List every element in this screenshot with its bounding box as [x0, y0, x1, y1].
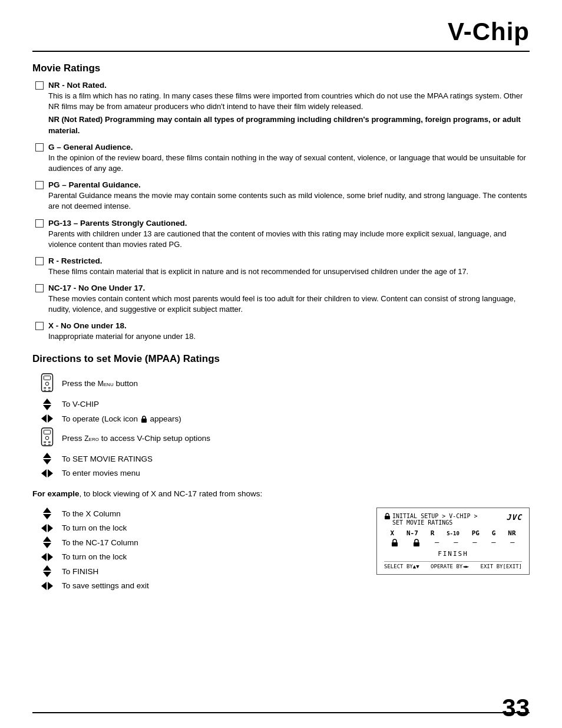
rating-x-title: X - No One under 18. — [48, 321, 127, 330]
step-1-icon — [32, 373, 62, 394]
ex-step-5: To FINISH — [32, 565, 359, 577]
screen-dash-g: — — [491, 538, 495, 546]
right-arrow-icon-2 — [48, 469, 53, 477]
screen-select: SELECT BY▲▼ — [384, 564, 419, 569]
example-section: For example, to block viewing of X and N… — [32, 489, 530, 594]
svg-rect-13 — [44, 444, 46, 445]
right-icon-ex2 — [48, 524, 53, 532]
svg-rect-15 — [385, 516, 390, 519]
screen-label-nr: NR — [508, 529, 515, 537]
screen-header-left: INITIAL SETUP > V-CHIP > SET MOVIE RATIN… — [384, 513, 478, 526]
screen-label-x: X — [390, 529, 394, 537]
page-title: V-Chip — [448, 18, 530, 46]
screen-select-label: SELECT — [384, 564, 404, 569]
updown-icon-ex3 — [43, 536, 51, 548]
ex-step-4-icon — [32, 553, 62, 561]
svg-rect-14 — [48, 444, 51, 445]
svg-rect-9 — [44, 430, 50, 434]
screen-operate-label: OPERATE — [431, 564, 453, 569]
rating-r: R - Restricted. These films contain mate… — [35, 256, 530, 277]
screen-exit-label: EXIT — [481, 564, 494, 569]
right-icon-ex6 — [48, 582, 53, 590]
screen-dash-nr: — — [510, 538, 514, 546]
svg-rect-16 — [392, 542, 398, 546]
svg-rect-1 — [44, 375, 50, 380]
step-2-text: To V-CHIP — [62, 400, 530, 409]
step-6-text: To enter movies menu — [62, 469, 530, 477]
rating-g-desc: In the opinion of the review board, thes… — [48, 153, 530, 174]
down-arrow-icon — [43, 405, 51, 410]
ex-step-1-text: To the X Column — [62, 509, 359, 518]
directions-section: Directions to set Movie (MPAA) Ratings P… — [32, 353, 530, 477]
lock-icon — [140, 415, 148, 423]
step-2-icon — [32, 398, 62, 410]
checkbox-g — [35, 143, 44, 151]
svg-point-2 — [45, 382, 49, 386]
updown-arrows-icon-2 — [43, 453, 51, 465]
step-4: Press Zero to access V-Chip setup option… — [32, 427, 530, 449]
jvc-logo: JVC — [507, 513, 522, 522]
step-1: Press the Menu button — [32, 373, 530, 394]
step-3: To operate (Lock icon appears) — [32, 414, 530, 423]
updown-icon-ex1 — [43, 508, 51, 519]
screen-header: INITIAL SETUP > V-CHIP > SET MOVIE RATIN… — [384, 513, 522, 526]
updown-icon-ex5 — [43, 565, 51, 577]
left-arrow-icon-2 — [41, 469, 47, 477]
svg-rect-11 — [44, 442, 46, 443]
ex-step-4: To turn on the lock — [32, 552, 359, 561]
svg-rect-8 — [42, 428, 53, 446]
screen-lock-icon — [384, 513, 391, 519]
ex-step-6: To save settings and exit — [32, 581, 359, 590]
screen-header-line1: INITIAL SETUP > V-CHIP > — [392, 513, 478, 519]
screen-select-key: BY▲▼ — [406, 564, 419, 569]
rating-r-title: R - Restricted. — [48, 256, 103, 265]
example-intro: For example, to block viewing of X and N… — [32, 489, 530, 498]
ex-step-2-text: To turn on the lock — [62, 523, 359, 532]
rating-pg13-title: PG-13 – Parents Strongly Cautioned. — [48, 219, 187, 228]
rating-g: G – General Audience. In the opinion of … — [35, 142, 530, 174]
svg-point-10 — [45, 436, 49, 440]
ex-step-2: To turn on the lock — [32, 523, 359, 532]
svg-rect-12 — [48, 442, 51, 443]
ex-step-3: To the NC-17 Column — [32, 536, 359, 548]
left-icon-ex4 — [41, 553, 47, 561]
right-arrow-icon — [48, 414, 53, 423]
lr-icon-ex4 — [41, 553, 53, 561]
screen-label-nc17: N-7 — [406, 529, 418, 537]
screen-locks-row: — — — — — — [384, 538, 522, 546]
checkbox-x — [35, 322, 44, 330]
bottom-rule — [32, 712, 530, 713]
movie-ratings-section: Movie Ratings NR - Not Rated. This is a … — [32, 62, 530, 342]
checkbox-pg13 — [35, 219, 44, 228]
rating-pg-title: PG – Parental Guidance. — [48, 180, 141, 189]
rating-nr: NR - Not Rated. This is a film which has… — [35, 80, 530, 136]
left-icon-ex2 — [41, 524, 47, 532]
up-icon-ex3 — [43, 536, 51, 542]
page-number: 33 — [502, 694, 530, 722]
ex-step-5-icon — [32, 565, 62, 577]
left-arrow-icon — [41, 414, 47, 423]
screen-exit-key: BY[EXIT] — [497, 564, 522, 569]
ex-step-3-icon — [32, 536, 62, 548]
screen-label-r: R — [431, 529, 435, 537]
leftright-arrows-icon — [41, 414, 53, 423]
ex-step-4-text: To turn on the lock — [62, 552, 359, 561]
ex-step-6-icon — [32, 582, 62, 590]
rating-pg13: PG-13 – Parents Strongly Cautioned. Pare… — [35, 218, 530, 250]
step-2: To V-CHIP — [32, 398, 530, 410]
step-3-icon — [32, 414, 62, 423]
screen-dash-pg: — — [472, 538, 477, 546]
svg-rect-6 — [48, 390, 51, 391]
rating-nr-title: NR - Not Rated. — [48, 81, 107, 90]
step-6-icon — [32, 469, 62, 477]
step-4-text: Press Zero to access V-Chip setup option… — [62, 434, 530, 443]
down-icon-ex1 — [43, 514, 51, 519]
screen-label-pg: PG — [472, 529, 480, 537]
screen-header-line2: SET MOVIE RATINGS — [384, 519, 478, 526]
example-steps: To the X Column To turn on the lock — [32, 508, 359, 594]
down-icon-ex3 — [43, 543, 51, 548]
rating-nr-warning: NR (Not Rated) Programming may contain a… — [48, 114, 530, 136]
svg-rect-4 — [48, 387, 51, 388]
directions-heading: Directions to set Movie (MPAA) Ratings — [32, 353, 530, 365]
lr-icon-ex6 — [41, 582, 53, 590]
